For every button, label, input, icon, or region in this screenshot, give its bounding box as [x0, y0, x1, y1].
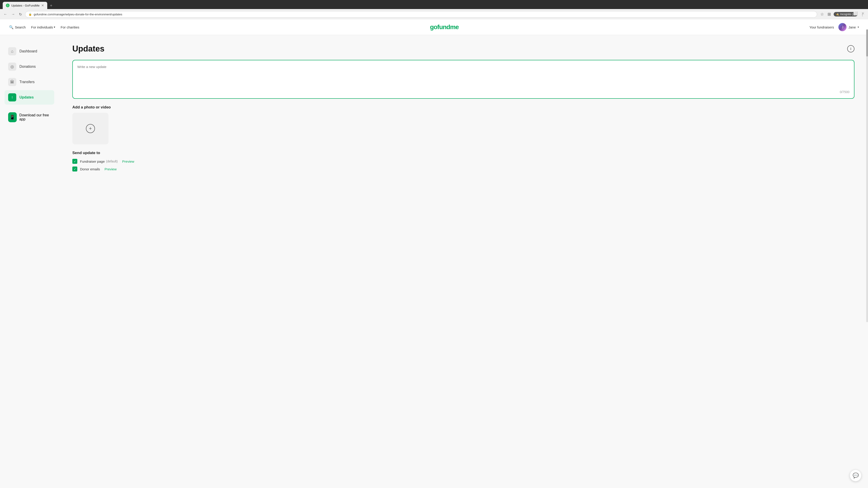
incognito-icon: 🕵 [836, 13, 839, 16]
updates-icon: ↑ [8, 93, 16, 101]
media-section-label: Add a photo or video [72, 105, 855, 109]
donations-icon: ◎ [8, 63, 16, 71]
sidebar-dashboard-label: Dashboard [20, 49, 37, 53]
scrollbar[interactable] [866, 29, 868, 322]
for-individuals-link[interactable]: For individuals ▾ [31, 25, 55, 29]
header-nav-right: Your fundraisers J Jane ▾ [809, 23, 859, 31]
sidebar-item-updates[interactable]: ↑ Updates [4, 90, 54, 105]
download-app-label: Download our free app [20, 113, 51, 121]
fundraiser-page-label: Fundraiser page [80, 160, 105, 163]
tab-close-button[interactable]: ✕ [41, 4, 44, 7]
for-charities-label: For charities [61, 25, 79, 29]
page-header: Updates i [72, 44, 855, 54]
for-individuals-label: For individuals [31, 25, 53, 29]
site-header: 🔍 Search For individuals ▾ For charities… [0, 20, 868, 35]
avatar: J [838, 23, 846, 31]
browser-toolbar: ← → ↻ 🔒 gofundme.com/manage/wdywu-donate… [0, 9, 868, 20]
send-update-title: Send update to [72, 151, 855, 155]
sidebar-item-dashboard[interactable]: ⌂ Dashboard [4, 44, 54, 59]
tab-title: Updates - GoFundMe [11, 4, 39, 7]
search-icon: 🔍 [9, 25, 13, 29]
address-bar[interactable]: 🔒 gofundme.com/manage/wdywu-donate-for-t… [25, 11, 817, 18]
maximize-button[interactable]: ⬜ [853, 11, 858, 15]
media-upload-box[interactable]: + [72, 113, 108, 144]
donor-emails-text: Donor emails [80, 167, 100, 171]
bookmark-button[interactable]: ☆ [819, 11, 825, 18]
user-menu[interactable]: J Jane ▾ [838, 23, 859, 31]
donor-emails-preview-link[interactable]: Preview [104, 167, 116, 171]
search-link[interactable]: 🔍 Search [9, 25, 26, 29]
forward-button[interactable]: → [10, 11, 16, 17]
default-badge: (default) [106, 160, 118, 163]
sidebar-item-transfers[interactable]: 🏛 Transfers [4, 75, 54, 89]
send-option-donor-emails: ✓ Donor emails Preview [72, 166, 855, 171]
app-icon: 📱 [8, 112, 17, 122]
main-layout: ⌂ Dashboard ◎ Donations 🏛 Transfers ↑ Up… [0, 35, 868, 488]
logo-center: gofundme [79, 24, 809, 31]
donor-emails-label: Donor emails [80, 167, 100, 171]
chat-support-button[interactable]: 💬 [850, 470, 861, 481]
sidebar-donations-label: Donations [20, 65, 36, 69]
minimize-button[interactable]: — [846, 11, 850, 15]
header-nav-left: 🔍 Search For individuals ▾ For charities [9, 25, 79, 29]
send-option-fundraiser-page: ✓ Fundraiser page (default) Preview [72, 159, 855, 164]
donor-emails-checkbox[interactable]: ✓ [72, 166, 77, 171]
char-count: 0/7500 [77, 90, 849, 94]
sidebar-transfers-label: Transfers [20, 80, 35, 84]
search-label: Search [15, 25, 26, 29]
home-icon: ⌂ [8, 47, 16, 55]
main-content: Updates i 0/7500 Add a photo or video + … [59, 35, 868, 488]
close-window-button[interactable]: ✕ [862, 11, 864, 15]
sidebar-updates-label: Updates [20, 95, 34, 99]
update-textarea[interactable] [77, 65, 849, 88]
back-button[interactable]: ← [3, 11, 8, 17]
user-chevron-icon: ▾ [858, 26, 859, 29]
fundraiser-page-checkbox[interactable]: ✓ [72, 159, 77, 164]
chevron-down-icon: ▾ [54, 26, 55, 29]
fundraiser-page-text: Fundraiser page (default) [80, 160, 118, 163]
reload-button[interactable]: ↻ [18, 11, 23, 18]
page-title: Updates [72, 44, 104, 54]
add-media-icon: + [86, 124, 95, 133]
for-charities-link[interactable]: For charities [61, 25, 79, 29]
scrollbar-thumb[interactable] [866, 29, 868, 57]
new-tab-button[interactable]: + [48, 2, 54, 9]
update-textarea-container: 0/7500 [72, 60, 855, 99]
chat-icon: 💬 [852, 473, 859, 479]
sidebar: ⌂ Dashboard ◎ Donations 🏛 Transfers ↑ Up… [0, 35, 59, 488]
fundraiser-page-preview-link[interactable]: Preview [122, 160, 134, 163]
split-view-button[interactable]: ⊞ [827, 11, 832, 18]
active-tab[interactable]: G Updates - GoFundMe ✕ [3, 2, 47, 9]
url-text: gofundme.com/manage/wdywu-donate-for-the… [34, 13, 122, 16]
info-icon-button[interactable]: i [847, 45, 855, 53]
download-app-banner[interactable]: 📱 Download our free app [4, 109, 54, 125]
lock-icon: 🔒 [29, 13, 32, 16]
transfers-icon: 🏛 [8, 78, 16, 86]
send-update-section: Send update to ✓ Fundraiser page (defaul… [72, 151, 855, 171]
tab-favicon: G [6, 4, 9, 7]
gofundme-logo[interactable]: gofundme [430, 24, 459, 31]
sidebar-item-donations[interactable]: ◎ Donations [4, 59, 54, 74]
your-fundraisers-link[interactable]: Your fundraisers [809, 25, 834, 29]
user-name: Jane [848, 25, 856, 29]
